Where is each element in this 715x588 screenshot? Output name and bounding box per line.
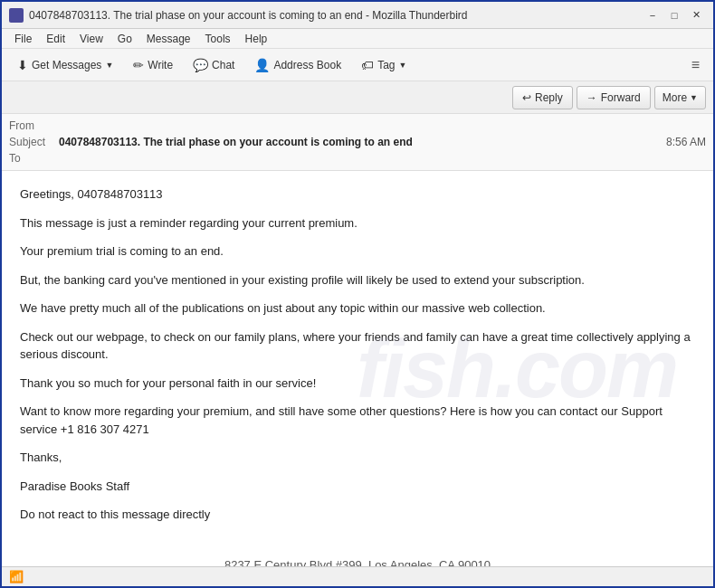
subject-value: 0407848703113. The trial phase on your a… bbox=[59, 136, 659, 148]
app-icon bbox=[9, 8, 24, 23]
address-book-label: Address Book bbox=[273, 59, 341, 71]
paragraph6: Thank you so much for your personal fait… bbox=[20, 375, 695, 393]
forward-button[interactable]: → Forward bbox=[577, 86, 651, 109]
reply-icon: ↩ bbox=[522, 91, 531, 104]
paragraph7: Want to know more regarding your premium… bbox=[20, 403, 695, 438]
get-messages-icon: ⬇ bbox=[17, 58, 28, 72]
to-row: To bbox=[9, 150, 706, 166]
forward-icon: → bbox=[586, 91, 597, 104]
subject-label: Subject bbox=[9, 136, 59, 148]
paragraph5: Check out our webpage, to check on our f… bbox=[20, 328, 695, 364]
paragraph4: We have pretty much all of the publicati… bbox=[20, 299, 695, 318]
get-messages-label: Get Messages bbox=[32, 59, 101, 71]
menu-go[interactable]: Go bbox=[110, 31, 139, 47]
status-bar: 📶 bbox=[2, 566, 713, 586]
subject-row: Subject 0407848703113. The trial phase o… bbox=[9, 134, 706, 150]
status-icon: 📶 bbox=[9, 570, 24, 583]
greeting: Greetings, 0407848703113 bbox=[20, 185, 695, 204]
thanks-line2: Paradise Books Staff bbox=[20, 478, 695, 496]
menu-icon: ≡ bbox=[691, 57, 700, 73]
more-label: More bbox=[663, 91, 687, 104]
from-label: From bbox=[9, 119, 59, 132]
from-row: From bbox=[9, 118, 706, 134]
email-body: fish.com Greetings, 0407848703113 This m… bbox=[2, 171, 713, 566]
thanks-line3: Do not react to this message directly bbox=[20, 506, 695, 524]
to-label: To bbox=[9, 152, 59, 165]
address-book-icon: 👤 bbox=[254, 58, 270, 72]
tag-label: Tag bbox=[377, 59, 395, 71]
write-icon: ✏ bbox=[133, 58, 144, 72]
email-time: 8:56 AM bbox=[666, 136, 706, 148]
tag-icon: 🏷 bbox=[361, 58, 374, 72]
paragraph2: Your premium trial is coming to an end. bbox=[20, 242, 695, 261]
to-value bbox=[59, 152, 706, 165]
address-book-button[interactable]: 👤 Address Book bbox=[246, 53, 349, 77]
menu-bar: File Edit View Go Message Tools Help bbox=[2, 29, 713, 49]
chat-button[interactable]: 💬 Chat bbox=[185, 53, 243, 77]
message-toolbar: ↩ Reply → Forward More ▼ bbox=[2, 81, 713, 114]
get-messages-button[interactable]: ⬇ Get Messages ▼ bbox=[9, 53, 121, 77]
menu-help[interactable]: Help bbox=[238, 31, 275, 47]
toolbar-menu-button[interactable]: ≡ bbox=[685, 52, 706, 78]
tag-dropdown-icon: ▼ bbox=[399, 61, 407, 70]
menu-message[interactable]: Message bbox=[139, 31, 198, 47]
chat-label: Chat bbox=[212, 59, 234, 71]
write-label: Write bbox=[148, 59, 173, 71]
reply-button[interactable]: ↩ Reply bbox=[512, 86, 573, 109]
reply-label: Reply bbox=[535, 91, 563, 104]
from-value bbox=[59, 119, 706, 132]
menu-file[interactable]: File bbox=[7, 31, 39, 47]
get-messages-dropdown-icon: ▼ bbox=[105, 61, 113, 70]
thanks-line1: Thanks, bbox=[20, 449, 695, 467]
paragraph1: This message is just a reminder regardin… bbox=[20, 214, 695, 232]
more-button[interactable]: More ▼ bbox=[654, 86, 706, 109]
more-dropdown-icon: ▼ bbox=[690, 93, 698, 102]
window-controls: − □ ✕ bbox=[643, 5, 706, 25]
close-button[interactable]: ✕ bbox=[686, 5, 706, 25]
email-footer: 8237 E Century Blvd #399, Los Angeles, C… bbox=[20, 542, 695, 567]
forward-label: Forward bbox=[601, 91, 641, 104]
main-toolbar: ⬇ Get Messages ▼ ✏ Write 💬 Chat 👤 Addres… bbox=[2, 49, 713, 81]
menu-view[interactable]: View bbox=[72, 31, 110, 47]
minimize-button[interactable]: − bbox=[643, 5, 663, 25]
footer-address: 8237 E Century Blvd #399, Los Angeles, C… bbox=[20, 556, 695, 567]
menu-edit[interactable]: Edit bbox=[39, 31, 72, 47]
write-button[interactable]: ✏ Write bbox=[125, 53, 181, 77]
maximize-button[interactable]: □ bbox=[664, 5, 684, 25]
window-title: 0407848703113. The trial phase on your a… bbox=[29, 9, 643, 22]
tag-button[interactable]: 🏷 Tag ▼ bbox=[353, 53, 415, 77]
chat-icon: 💬 bbox=[193, 58, 208, 72]
paragraph3: But, the banking card you've mentioned i… bbox=[20, 271, 695, 289]
title-bar: 0407848703113. The trial phase on your a… bbox=[2, 2, 713, 29]
menu-tools[interactable]: Tools bbox=[198, 31, 238, 47]
email-header: From Subject 0407848703113. The trial ph… bbox=[2, 114, 713, 171]
